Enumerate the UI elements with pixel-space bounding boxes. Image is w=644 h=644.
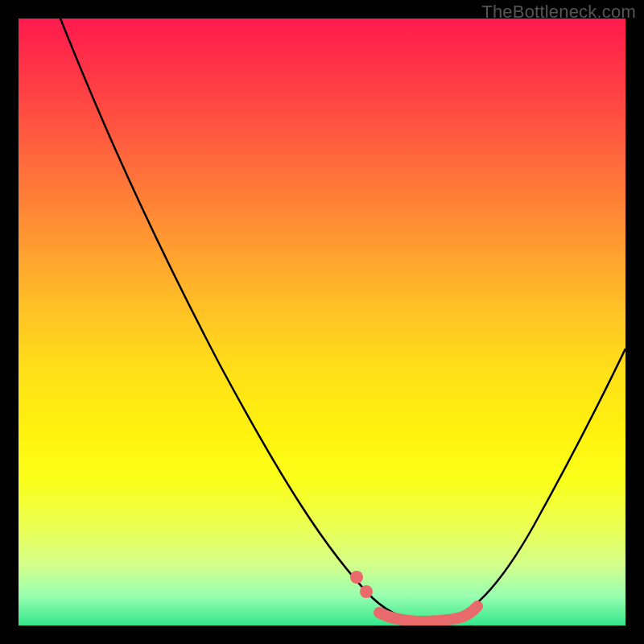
chart-svg xyxy=(19,19,625,625)
bottleneck-curve xyxy=(60,19,625,621)
chart-plot-area xyxy=(19,19,625,625)
highlight-dot-1 xyxy=(350,571,363,584)
highlight-dot-2 xyxy=(360,585,373,598)
watermark-text: TheBottleneck.com xyxy=(481,2,636,23)
highlight-optimal-range xyxy=(379,606,477,621)
